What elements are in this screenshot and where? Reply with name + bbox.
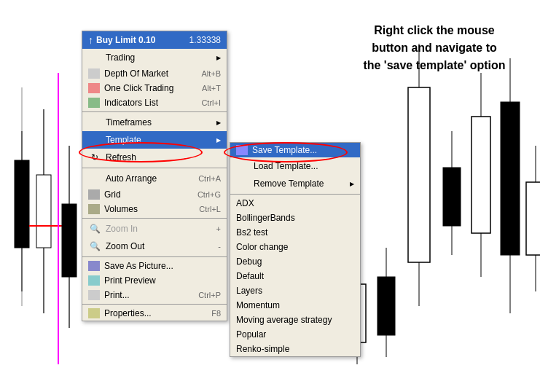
menu-item-timeframes[interactable]: Timeframes ▶: [82, 114, 227, 131]
refresh-label: Refresh: [106, 152, 221, 162]
menu-item-bollinger[interactable]: BollingerBands: [230, 211, 360, 225]
adx-label: ADX: [236, 198, 354, 208]
zoom-out-icon: 🔍: [88, 240, 101, 253]
dom-label: Depth Of Market: [104, 68, 187, 79]
svg-rect-16: [408, 87, 430, 262]
menu-item-zoom-in: 🔍 Zoom In +: [82, 220, 227, 238]
bollinger-label: BollingerBands: [236, 213, 354, 223]
menu-item-template[interactable]: Template ▶: [82, 131, 227, 149]
svg-rect-12: [62, 204, 77, 277]
volumes-shortcut: Ctrl+L: [199, 205, 221, 213]
menu-item-one-click[interactable]: One Click Trading Alt+T: [82, 81, 227, 95]
indicators-shortcut: Ctrl+I: [201, 98, 221, 107]
template-label: Template: [106, 135, 209, 145]
instruction-text: Right click the mouse button and navigat…: [351, 22, 518, 74]
remove-template-icon: [236, 177, 249, 190]
renko-label: Renko-simple: [236, 344, 354, 354]
menu-item-trading[interactable]: Trading ▶: [82, 49, 227, 66]
color-change-label: Color change: [236, 242, 354, 252]
menu-item-dom[interactable]: Depth Of Market Alt+B: [82, 66, 227, 81]
volumes-label: Volumes: [104, 204, 184, 214]
indicators-label: Indicators List: [104, 98, 187, 108]
zoom-in-icon: 🔍: [88, 222, 101, 235]
menu-item-debug[interactable]: Debug: [230, 254, 360, 269]
menu-item-grid[interactable]: Grid Ctrl+G: [82, 187, 227, 202]
buy-limit-price: 1.33338: [189, 35, 221, 45]
menu-item-load-template[interactable]: Load Template...: [230, 157, 360, 175]
auto-arrange-shortcut: Ctrl+A: [198, 174, 221, 183]
zoom-in-label: Zoom In: [106, 224, 202, 234]
print-shortcut: Ctrl+P: [198, 291, 221, 299]
print-label: Print...: [104, 290, 184, 300]
remove-template-arrow: ▶: [350, 181, 354, 187]
bs2test-label: Bs2 test: [236, 227, 354, 238]
buy-limit-label: Buy Limit 0.10: [96, 35, 155, 45]
template-arrow: ▶: [216, 137, 221, 144]
template-submenu: Save Template... Load Template... Remove…: [230, 142, 361, 357]
print-preview-label: Print Preview: [104, 275, 221, 286]
menu-item-remove-template[interactable]: Remove Template ▶: [230, 175, 360, 192]
menu-item-moving-avg[interactable]: Moving average strategy: [230, 313, 360, 327]
load-template-icon: [236, 160, 249, 173]
svg-rect-6: [36, 175, 51, 248]
menu-item-volumes[interactable]: Volumes Ctrl+L: [82, 202, 227, 216]
menu-item-print[interactable]: Print... Ctrl+P: [82, 288, 227, 302]
separator-4: [82, 256, 227, 257]
menu-item-indicators[interactable]: Indicators List Ctrl+I: [82, 95, 227, 110]
svg-rect-2: [15, 160, 29, 248]
menu-item-adx[interactable]: ADX: [230, 196, 360, 211]
separator-3: [82, 218, 227, 219]
grid-icon: [88, 189, 100, 200]
menu-item-auto-arrange[interactable]: Auto Arrange Ctrl+A: [82, 170, 227, 187]
menu-item-bs2test[interactable]: Bs2 test: [230, 225, 360, 240]
dom-icon: [88, 68, 100, 79]
print-icon: [88, 290, 100, 300]
separator-2: [82, 168, 227, 168]
load-template-label: Load Template...: [254, 161, 354, 171]
refresh-icon: ↻: [88, 151, 101, 164]
context-menu: ↑ Buy Limit 0.10 1.33338 Trading ▶ Depth…: [82, 31, 227, 321]
save-picture-label: Save As Picture...: [104, 261, 221, 271]
trading-icon: [88, 51, 101, 64]
svg-rect-26: [377, 277, 395, 335]
separator-1: [82, 111, 227, 112]
save-picture-icon: [88, 261, 100, 271]
grid-shortcut: Ctrl+G: [197, 190, 221, 199]
template-icon: [88, 133, 101, 146]
moving-avg-label: Moving average strategy: [236, 315, 354, 325]
print-preview-icon: [88, 275, 100, 286]
submenu-separator-1: [230, 194, 360, 195]
properties-shortcut: F8: [211, 309, 221, 318]
properties-icon: [88, 308, 100, 318]
menu-item-renko[interactable]: Renko-simple: [230, 342, 360, 356]
menu-item-momentum[interactable]: Momentum: [230, 298, 360, 313]
timeframes-icon: [88, 116, 101, 129]
debug-label: Debug: [236, 256, 354, 267]
menu-item-print-preview[interactable]: Print Preview: [82, 273, 227, 288]
save-template-icon: [236, 145, 248, 155]
menu-item-color-change[interactable]: Color change: [230, 240, 360, 254]
volumes-icon: [88, 204, 100, 214]
menu-header: ↑ Buy Limit 0.10 1.33338: [82, 31, 227, 49]
svg-rect-24: [526, 182, 540, 255]
properties-label: Properties...: [104, 308, 197, 318]
momentum-label: Momentum: [236, 300, 354, 310]
timeframes-arrow: ▶: [216, 119, 221, 126]
svg-rect-18: [443, 168, 461, 226]
svg-rect-20: [471, 117, 490, 233]
menu-item-default[interactable]: Default: [230, 269, 360, 283]
save-template-label: Save Template...: [252, 145, 354, 155]
menu-item-popular[interactable]: Popular: [230, 327, 360, 342]
auto-arrange-icon: [88, 172, 101, 185]
menu-item-save-template[interactable]: Save Template...: [230, 143, 360, 157]
menu-item-zoom-out[interactable]: 🔍 Zoom Out -: [82, 238, 227, 255]
menu-item-save-picture[interactable]: Save As Picture...: [82, 259, 227, 273]
menu-item-properties[interactable]: Properties... F8: [82, 306, 227, 321]
svg-rect-22: [501, 102, 520, 255]
one-click-icon: [88, 83, 100, 93]
layers-label: Layers: [236, 286, 354, 296]
grid-label: Grid: [104, 189, 183, 200]
menu-item-refresh[interactable]: ↻ Refresh: [82, 149, 227, 166]
zoom-out-label: Zoom Out: [106, 241, 203, 251]
menu-item-layers[interactable]: Layers: [230, 283, 360, 298]
